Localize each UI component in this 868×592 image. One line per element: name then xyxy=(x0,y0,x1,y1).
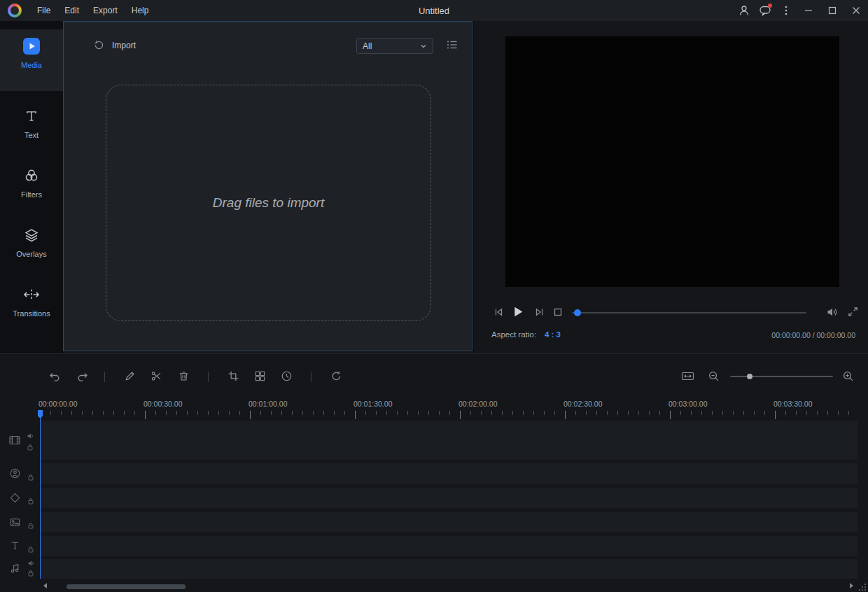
fullscreen-button[interactable] xyxy=(847,306,859,318)
scroll-right-icon xyxy=(848,582,855,589)
undo-icon xyxy=(48,370,61,383)
close-icon xyxy=(852,6,860,15)
play-button[interactable] xyxy=(510,304,525,319)
minimize-icon xyxy=(804,6,813,15)
clock-icon xyxy=(281,370,293,382)
sidebar-item-label: Overlays xyxy=(16,250,46,258)
maximize-button[interactable] xyxy=(820,0,844,21)
sidebar-item-filters[interactable]: Filters xyxy=(0,159,63,199)
prev-frame-button[interactable] xyxy=(493,306,504,318)
menu-item-file[interactable]: File xyxy=(30,0,57,21)
list-view-button[interactable] xyxy=(446,38,458,51)
preview-panel: Aspect ratio: 4 : 3 00:00:00.00 / 00:00:… xyxy=(472,21,868,353)
edit-button[interactable] xyxy=(124,370,136,382)
resize-grip[interactable] xyxy=(858,583,867,591)
horizontal-scrollbar-thumb[interactable] xyxy=(66,584,186,589)
minimize-button[interactable] xyxy=(797,0,820,21)
import-button[interactable]: Import xyxy=(93,39,136,51)
track-row-audio[interactable] xyxy=(40,559,858,579)
sidebar-item-label: Text xyxy=(24,131,38,139)
menubar: File Edit Export Help xyxy=(30,0,155,21)
fullscreen-icon xyxy=(847,306,859,318)
trash-icon xyxy=(178,370,190,382)
menu-item-help[interactable]: Help xyxy=(125,0,156,21)
delete-button[interactable] xyxy=(178,370,190,382)
zoom-slider[interactable] xyxy=(730,376,833,377)
rotate-button[interactable] xyxy=(330,370,342,382)
undo-button[interactable] xyxy=(48,370,61,383)
lock-icon[interactable] xyxy=(27,444,34,451)
menu-item-export[interactable]: Export xyxy=(86,0,125,21)
track-row-text[interactable] xyxy=(40,536,858,556)
image-track-icon[interactable] xyxy=(9,516,21,528)
stop-icon xyxy=(552,306,564,318)
lock-icon[interactable] xyxy=(27,522,34,529)
crop-button[interactable] xyxy=(227,370,239,382)
ruler-label: 00:02:00.00 xyxy=(458,400,497,408)
timeline-ruler[interactable] xyxy=(40,411,858,420)
lock-icon[interactable] xyxy=(27,498,34,505)
playback-controls xyxy=(474,302,868,323)
mute-icon[interactable] xyxy=(27,560,34,567)
fit-timeline-button[interactable] xyxy=(681,370,694,382)
more-menu-button[interactable] xyxy=(776,0,797,21)
split-button[interactable] xyxy=(150,370,162,382)
track-row-pip[interactable] xyxy=(40,463,858,484)
play-icon xyxy=(510,304,525,319)
sidebar: Media Text Filters Overlays Transitions xyxy=(0,21,63,353)
volume-icon xyxy=(826,306,839,318)
volume-button[interactable] xyxy=(826,306,839,318)
menu-item-edit[interactable]: Edit xyxy=(57,0,86,21)
seek-thumb[interactable] xyxy=(574,309,581,316)
redo-button[interactable] xyxy=(76,370,89,383)
track-row-video[interactable] xyxy=(40,421,858,460)
text-track-icon[interactable] xyxy=(9,540,21,551)
drop-zone[interactable]: Drag files to import xyxy=(106,85,431,321)
scroll-right-button[interactable] xyxy=(848,582,855,589)
lock-icon[interactable] xyxy=(27,474,34,481)
redo-icon xyxy=(76,370,89,383)
chevron-down-icon xyxy=(420,43,427,50)
window-title: Untitled xyxy=(294,6,574,16)
prev-frame-icon xyxy=(493,306,504,318)
next-frame-button[interactable] xyxy=(534,306,545,318)
duration-button[interactable] xyxy=(281,370,293,382)
ruler-label: 00:02:30.00 xyxy=(564,400,602,408)
sidebar-item-label: Media xyxy=(21,61,42,69)
scissors-icon xyxy=(150,370,162,382)
sidebar-item-overlays[interactable]: Overlays xyxy=(0,218,63,258)
sidebar-item-label: Transitions xyxy=(13,309,50,318)
media-icon xyxy=(22,36,41,56)
sidebar-item-text[interactable]: Text xyxy=(0,99,63,139)
zoom-in-button[interactable] xyxy=(842,370,854,382)
sidebar-item-media[interactable]: Media xyxy=(0,29,63,91)
aspect-ratio-value[interactable]: 4 : 3 xyxy=(545,330,561,339)
lock-icon[interactable] xyxy=(27,570,34,577)
scroll-left-icon xyxy=(42,582,48,589)
video-track-icon[interactable] xyxy=(8,434,21,446)
filters-icon xyxy=(24,166,39,185)
close-button[interactable] xyxy=(844,0,868,21)
feedback-button[interactable] xyxy=(755,0,776,21)
import-icon xyxy=(93,39,105,51)
account-button[interactable] xyxy=(734,0,755,21)
zoom-out-button[interactable] xyxy=(708,370,720,382)
next-frame-icon xyxy=(534,306,545,318)
media-filter-dropdown[interactable]: All xyxy=(356,38,433,54)
titlebar-controls xyxy=(734,0,868,21)
mosaic-button[interactable] xyxy=(254,370,266,382)
pip-track-icon[interactable] xyxy=(9,467,21,479)
audio-track-icon[interactable] xyxy=(9,563,21,575)
overlay-track-icon[interactable] xyxy=(9,492,21,504)
scroll-left-button[interactable] xyxy=(42,582,48,589)
stop-button[interactable] xyxy=(552,306,564,318)
track-row-image[interactable] xyxy=(40,512,858,533)
lock-icon[interactable] xyxy=(27,546,34,553)
zoom-slider-thumb[interactable] xyxy=(747,374,752,379)
sidebar-item-transitions[interactable]: Transitions xyxy=(0,278,63,318)
mute-icon[interactable] xyxy=(27,432,34,439)
drop-zone-hint: Drag files to import xyxy=(213,195,324,211)
person-icon xyxy=(738,4,750,17)
track-row-overlay[interactable] xyxy=(40,488,858,508)
seek-slider[interactable] xyxy=(572,312,806,313)
